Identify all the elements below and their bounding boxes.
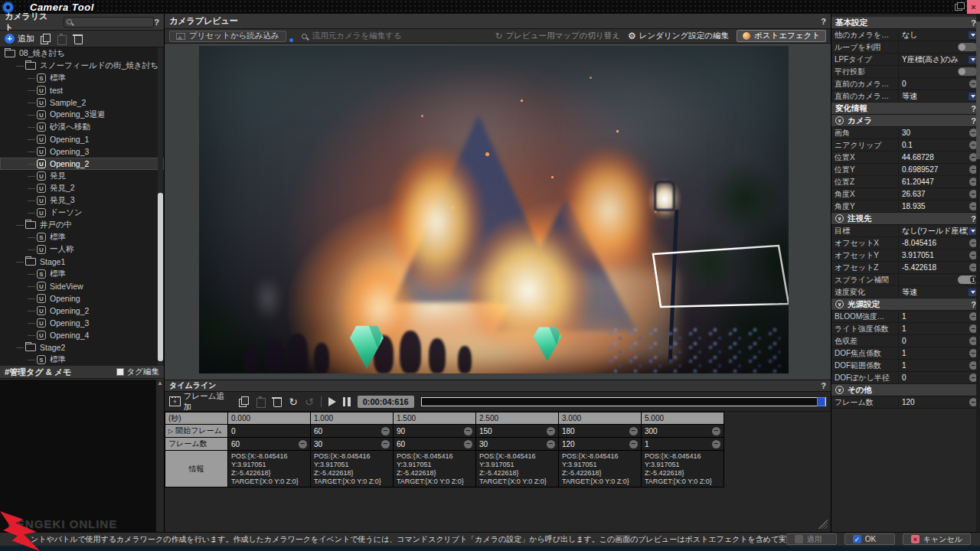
property-value[interactable]: 0	[899, 337, 969, 345]
tree-item[interactable]: USample_2	[0, 96, 164, 109]
tree-item[interactable]: Utest	[0, 84, 164, 96]
help-icon[interactable]: ?	[821, 17, 826, 26]
property-value[interactable]: -5.422618	[899, 263, 969, 272]
timeline-scrubber[interactable]	[421, 397, 826, 406]
start-frame-cell[interactable]: 180−	[559, 425, 641, 437]
minus-circle-icon[interactable]: −	[629, 440, 638, 448]
scroll-up-icon[interactable]: ▲	[157, 380, 163, 386]
property-value[interactable]: 0.6989527	[899, 165, 969, 174]
minus-circle-icon[interactable]: −	[464, 427, 472, 435]
property-value[interactable]: 等速	[899, 91, 968, 102]
tree-item[interactable]: スノーフィールドの街_焼き討ち	[0, 60, 164, 72]
property-value[interactable]: 1	[899, 361, 969, 370]
toggle-switch[interactable]: 1	[958, 276, 978, 284]
inspector-scrollbar[interactable]	[976, 14, 980, 532]
tree-item[interactable]: UOpening_3退避	[0, 109, 164, 121]
property-value[interactable]: 3.917051	[899, 251, 969, 259]
property-value[interactable]: なし(ワールド座標)	[899, 226, 968, 236]
tree-item[interactable]: UOpening_2	[0, 305, 164, 317]
timeline-seconds-cell[interactable]: 3.000	[559, 412, 641, 424]
property-value[interactable]: 1	[899, 312, 969, 321]
property-value[interactable]: 0	[899, 80, 969, 88]
search-input[interactable]	[64, 17, 154, 28]
minus-circle-icon[interactable]: −	[547, 440, 555, 448]
timeline-seconds-cell[interactable]: 1.000	[311, 412, 393, 424]
copy-icon[interactable]	[239, 396, 249, 406]
minus-circle-icon[interactable]: −	[547, 427, 555, 435]
property-value[interactable]: -8.045416	[899, 239, 969, 247]
help-icon[interactable]: ?	[154, 18, 159, 27]
frame-count-cell[interactable]: 60−	[228, 438, 310, 450]
memo-textarea[interactable]: ▲	[0, 379, 164, 532]
load-preset-button[interactable]: プリセットから読み込み	[169, 31, 286, 42]
apply-button[interactable]: 適用	[786, 533, 837, 545]
expander-icon[interactable]: ▷	[168, 428, 173, 435]
tree-scrollbar[interactable]	[158, 47, 163, 366]
timeline-seconds-cell[interactable]: 1.500	[394, 412, 475, 424]
tree-item[interactable]: UOpening	[0, 292, 164, 305]
play-icon[interactable]	[328, 397, 336, 406]
minus-circle-icon[interactable]: −	[629, 427, 638, 435]
start-frame-cell[interactable]: 150−	[476, 425, 558, 437]
tree-item[interactable]: 井戸の中	[0, 219, 164, 231]
timeline-seconds-cell[interactable]: 0.000	[228, 412, 310, 424]
minus-circle-icon[interactable]: −	[712, 427, 720, 435]
tree-item[interactable]: U砂漠へ移動	[0, 121, 164, 133]
inspector-scrollbar-thumb[interactable]	[976, 21, 980, 159]
tree-item[interactable]: USideView	[0, 280, 164, 292]
tree-scrollbar-thumb[interactable]	[158, 193, 163, 361]
pause-icon[interactable]	[343, 397, 351, 406]
delete-icon[interactable]	[272, 396, 282, 406]
help-icon[interactable]: ?	[821, 381, 826, 390]
property-value[interactable]: 44.68728	[899, 153, 969, 161]
timeline-seconds-cell[interactable]: 5.000	[642, 412, 724, 424]
property-value[interactable]: 120	[899, 398, 969, 406]
frame-count-cell[interactable]: 1−	[642, 438, 724, 450]
post-effect-button[interactable]: ポストエフェクト	[737, 30, 826, 42]
tree-item[interactable]: S標準	[0, 354, 164, 366]
tag-edit-checkbox[interactable]: タグ編集	[116, 367, 160, 377]
minus-circle-icon[interactable]: −	[299, 440, 307, 448]
tree-item[interactable]: U発見_2	[0, 182, 164, 194]
redo-icon[interactable]: ↻	[289, 396, 298, 407]
section-header[interactable]: 基本設定?	[831, 17, 980, 29]
property-value[interactable]: 30	[899, 129, 969, 137]
copy-icon[interactable]	[41, 34, 51, 44]
tree-item[interactable]: S標準	[0, 231, 164, 243]
property-value[interactable]: 1	[899, 324, 969, 333]
tree-item[interactable]: S標準	[0, 268, 164, 280]
delete-icon[interactable]	[73, 34, 83, 44]
frame-count-cell[interactable]: 30−	[476, 438, 558, 450]
minus-circle-icon[interactable]: −	[381, 440, 390, 448]
timeline-seconds-cell[interactable]: 2.500	[476, 412, 558, 424]
minus-circle-icon[interactable]: −	[464, 440, 472, 448]
tree-item[interactable]: U発見_3	[0, 194, 164, 207]
paste-icon[interactable]	[256, 396, 266, 406]
property-value[interactable]: 61.20447	[899, 178, 969, 186]
property-control[interactable]	[958, 43, 978, 51]
section-header[interactable]: 変化情報?	[831, 103, 980, 115]
ok-button[interactable]: ✓ OK	[844, 533, 895, 545]
minus-circle-icon[interactable]: −	[381, 427, 390, 435]
property-value[interactable]: 18.935	[899, 202, 969, 210]
start-frame-cell[interactable]: 90−	[394, 425, 475, 437]
tree-item[interactable]: UOpening_4	[0, 329, 164, 341]
tree-item[interactable]: UOpening_3	[0, 145, 164, 158]
add-camera-button[interactable]: + 追加	[5, 33, 34, 44]
property-value[interactable]: 1	[899, 349, 969, 357]
section-header[interactable]: ∨光源設定?	[831, 298, 980, 311]
help-icon[interactable]: ?	[971, 300, 976, 309]
section-header[interactable]: ∨注視先?	[831, 213, 980, 225]
tree-item[interactable]: UOpening_1	[0, 133, 164, 145]
tree-item[interactable]: 08_焼き討ち	[0, 47, 164, 60]
help-icon[interactable]: ?	[971, 104, 976, 113]
section-header[interactable]: ∨カメラ?	[831, 115, 980, 127]
toggle-switch[interactable]	[958, 43, 978, 51]
frame-count-cell[interactable]: 120−	[559, 438, 641, 450]
property-value[interactable]: 等速	[899, 287, 968, 298]
scrubber-handle[interactable]	[817, 397, 825, 406]
property-value[interactable]: 0	[899, 373, 969, 382]
help-icon[interactable]: ?	[971, 18, 976, 28]
frame-count-cell[interactable]: 30−	[311, 438, 393, 450]
property-value[interactable]: 0.1	[899, 141, 969, 149]
